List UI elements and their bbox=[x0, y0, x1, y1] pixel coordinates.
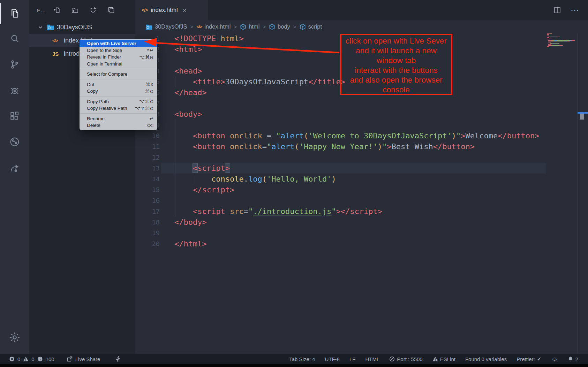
status-variables[interactable]: Found 0 variables bbox=[465, 356, 507, 362]
html-file-icon: </> bbox=[142, 7, 148, 13]
code-text: <button onclick = "alert('Welcome to 30D… bbox=[174, 130, 539, 141]
menu-separator bbox=[80, 96, 157, 97]
annotation-text: click on open with Live Sever bbox=[341, 36, 451, 46]
indent-guide bbox=[193, 174, 193, 184]
code-line-20: 20</html> bbox=[135, 238, 588, 249]
refresh-icon[interactable] bbox=[89, 6, 97, 14]
menu-item-label: Copy Path bbox=[87, 99, 109, 104]
tree-item-30daysofjs[interactable]: 30DaysOfJS bbox=[29, 21, 135, 34]
menu-item-label: Rename bbox=[87, 116, 105, 121]
minimap[interactable] bbox=[547, 33, 577, 48]
line-number: 13 bbox=[135, 163, 161, 174]
menu-item-cut[interactable]: Cut⌘X bbox=[80, 81, 157, 88]
warning-icon bbox=[432, 356, 438, 362]
status-port[interactable]: Port : 5500 bbox=[389, 356, 422, 362]
menu-item-label: Open to the Side bbox=[87, 48, 122, 53]
activity-settings-icon[interactable] bbox=[0, 327, 29, 348]
menu-item-shortcut: ^↩ bbox=[147, 47, 154, 53]
line-number: 20 bbox=[135, 238, 161, 249]
cube-icon bbox=[300, 24, 306, 30]
menu-item-select-for-compare[interactable]: Select for Compare bbox=[80, 71, 157, 78]
activity-explorer-icon[interactable] bbox=[0, 3, 29, 24]
code-line-13: 13 <script> bbox=[135, 163, 588, 174]
status-label: Prettier: bbox=[517, 356, 535, 362]
status-feedback[interactable]: ☺ bbox=[551, 356, 558, 362]
status-eslint[interactable]: ESLint bbox=[432, 356, 455, 362]
status-problems[interactable]: 00100 bbox=[9, 356, 54, 362]
menu-item-copy-path[interactable]: Copy Path⌥⌘C bbox=[80, 98, 157, 105]
bolt-icon bbox=[115, 356, 120, 362]
menu-item-shortcut: ⌥⇧⌘C bbox=[135, 106, 154, 111]
code-line-14: 14 console.log('Hello, World') bbox=[135, 174, 588, 184]
code-line-17: 17 <script src="./introduction.js"></scr… bbox=[135, 206, 588, 217]
menu-item-open-with-live-server[interactable]: Open with Live Server bbox=[80, 40, 157, 47]
line-number: 10 bbox=[135, 130, 161, 141]
new-file-icon[interactable] bbox=[53, 6, 61, 14]
more-actions-icon[interactable]: ⋯ bbox=[571, 5, 580, 15]
status-prettier[interactable]: Prettier:✔ bbox=[517, 356, 541, 362]
code-line-12: 12 bbox=[135, 152, 588, 163]
activity-publish-icon[interactable] bbox=[0, 157, 29, 178]
breadcrumb-item-html[interactable]: html bbox=[240, 23, 259, 30]
menu-item-shortcut: ⌥⌘R bbox=[139, 54, 154, 60]
activity-source-control-icon[interactable] bbox=[0, 54, 29, 75]
code-text: </script> bbox=[174, 184, 234, 195]
menu-item-shortcut: ⌘C bbox=[145, 89, 154, 94]
code-text: <!DOCTYPE html> bbox=[174, 33, 244, 44]
status-eol[interactable]: LF bbox=[349, 356, 356, 362]
status-language-mode[interactable]: HTML bbox=[365, 356, 379, 362]
code-text: </html> bbox=[174, 238, 207, 249]
menu-item-copy[interactable]: Copy⌘C bbox=[80, 88, 157, 95]
split-editor-icon[interactable] bbox=[553, 6, 561, 14]
scrollbar-thumb[interactable] bbox=[580, 114, 584, 120]
code-text: </body> bbox=[174, 217, 207, 228]
line-number: 14 bbox=[135, 174, 161, 184]
menu-item-delete[interactable]: Delete⌫ bbox=[80, 122, 157, 129]
activity-run-debug-icon[interactable] bbox=[0, 80, 29, 101]
status-encoding[interactable]: UTF-8 bbox=[325, 356, 340, 362]
activity-live-share-icon[interactable] bbox=[0, 131, 29, 152]
code-line-7: 7 bbox=[135, 98, 588, 109]
menu-item-label: Select for Compare bbox=[87, 71, 127, 77]
menu-item-copy-relative-path[interactable]: Copy Relative Path⌥⇧⌘C bbox=[80, 105, 157, 112]
port-icon bbox=[389, 356, 395, 362]
annotation-text: interact with the buttons bbox=[341, 66, 451, 75]
tab-index-html[interactable]: </> index.html × bbox=[135, 0, 208, 20]
bell-icon bbox=[568, 356, 573, 362]
menu-item-reveal-in-finder[interactable]: Reveal in Finder⌥⌘R bbox=[80, 54, 157, 61]
breadcrumb-separator: > bbox=[259, 24, 269, 30]
collapse-all-icon[interactable] bbox=[107, 6, 115, 14]
new-folder-icon[interactable] bbox=[71, 6, 79, 14]
line-number: 18 bbox=[135, 217, 161, 228]
code-line-8: 8<body> bbox=[135, 109, 588, 120]
code-line-16: 16 bbox=[135, 195, 588, 206]
line-number: 17 bbox=[135, 206, 161, 217]
code-text: <script src="./introduction.js"></script… bbox=[174, 206, 382, 217]
activity-search-icon[interactable] bbox=[0, 28, 29, 49]
status-tab-size[interactable]: Tab Size: 4 bbox=[289, 356, 315, 362]
chevron-down-icon bbox=[38, 24, 43, 32]
status-notifications[interactable]: 2 bbox=[568, 356, 578, 362]
activity-extensions-icon[interactable] bbox=[0, 106, 29, 127]
breadcrumb-item-index.html[interactable]: </>index.html bbox=[196, 23, 231, 30]
status-label: LF bbox=[349, 356, 356, 362]
code-text: <title>30DaysOfJavaScript</title> bbox=[174, 76, 345, 87]
code-text: <script> bbox=[174, 163, 230, 174]
breadcrumb-item-30daysofjs[interactable]: 30DaysOfJS bbox=[146, 23, 187, 30]
menu-item-open-to-the-side[interactable]: Open to the Side^↩ bbox=[80, 47, 157, 54]
menu-item-open-in-terminal[interactable]: Open in Terminal bbox=[80, 61, 157, 68]
code-text: </head> bbox=[174, 87, 207, 98]
status-label: 2 bbox=[575, 356, 578, 362]
status-live-share[interactable]: Live Share bbox=[67, 356, 100, 362]
tab-close-icon[interactable]: × bbox=[183, 7, 187, 14]
line-number: 12 bbox=[135, 152, 161, 163]
warning-icon bbox=[23, 356, 29, 362]
breadcrumb-item-script[interactable]: script bbox=[300, 23, 322, 30]
folder-icon bbox=[146, 24, 152, 30]
code-line-15: 15 </script> bbox=[135, 184, 588, 195]
status-bolt[interactable] bbox=[115, 356, 120, 362]
breadcrumb-label: script bbox=[308, 23, 322, 30]
menu-item-rename[interactable]: Rename↩ bbox=[80, 115, 157, 122]
check-icon: ✔ bbox=[537, 356, 542, 362]
breadcrumb-item-body[interactable]: body bbox=[269, 23, 290, 30]
